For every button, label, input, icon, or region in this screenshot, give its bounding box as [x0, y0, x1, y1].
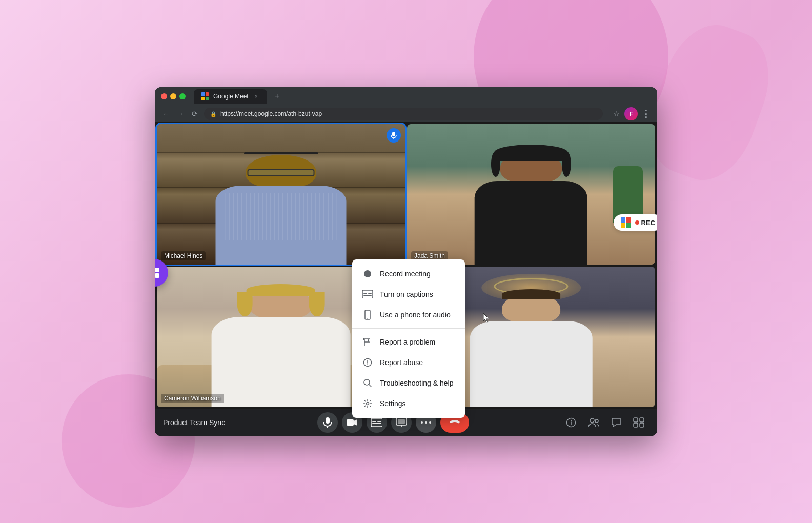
menu-item-troubleshoot[interactable]: Troubleshooting & help: [352, 373, 465, 393]
address-bar[interactable]: 🔒 https://meet.google.com/ath-bzut-vap: [204, 108, 603, 120]
menu-item-captions[interactable]: Turn on captions: [352, 284, 465, 305]
forward-button[interactable]: →: [175, 109, 186, 119]
svg-rect-21: [377, 421, 381, 422]
svg-line-14: [369, 385, 372, 387]
menu-item-report-problem[interactable]: Report a problem: [352, 332, 465, 352]
mic-icon: [391, 132, 397, 139]
chat-button[interactable]: [606, 412, 626, 433]
svg-point-31: [571, 420, 572, 421]
back-button[interactable]: ←: [161, 109, 171, 119]
present-toolbar-icon: [396, 418, 407, 427]
url-text: https://meet.google.com/ath-bzut-vap: [220, 110, 322, 117]
svg-point-15: [367, 403, 369, 405]
captions-svg: [362, 290, 373, 298]
svg-rect-36: [640, 418, 644, 422]
people-button[interactable]: [583, 412, 604, 433]
tab-title: Google Meet: [213, 93, 249, 100]
activities-icon: [633, 417, 644, 428]
settings-icon: [362, 398, 373, 409]
participant-name-cameron: Cameron Williamson: [161, 394, 224, 403]
tab-close-button[interactable]: ×: [253, 93, 260, 100]
settings-svg: [363, 399, 372, 408]
svg-rect-19: [371, 418, 382, 427]
minimize-button[interactable]: [170, 93, 176, 99]
svg-rect-16: [326, 417, 330, 424]
svg-point-29: [429, 421, 431, 424]
menu-item-record[interactable]: Record meeting: [352, 264, 465, 284]
maximize-button[interactable]: [179, 93, 186, 99]
browser-tab[interactable]: Google Meet ×: [194, 89, 267, 104]
svg-point-7: [367, 318, 368, 319]
record-svg: [363, 269, 372, 278]
new-tab-button[interactable]: +: [271, 90, 283, 103]
menu-item-settings-label: Settings: [380, 399, 406, 408]
search-icon: [362, 378, 373, 388]
tab-favicon: [201, 92, 209, 100]
more-icon: [421, 421, 431, 424]
menu-item-report-abuse-label: Report abuse: [380, 358, 423, 367]
svg-rect-6: [363, 295, 372, 296]
svg-point-2: [364, 270, 371, 277]
search-svg: [363, 378, 372, 388]
phone-svg: [363, 310, 372, 320]
camera-toolbar-icon: [347, 418, 358, 427]
rec-indicator: REC: [635, 219, 655, 227]
svg-rect-0: [392, 132, 395, 136]
browser-titlebar: Google Meet × +: [155, 87, 657, 106]
mic-toolbar-icon: [323, 417, 332, 428]
svg-rect-40: [155, 268, 159, 272]
svg-rect-37: [634, 423, 638, 427]
flag-icon: [362, 337, 373, 347]
svg-rect-3: [362, 290, 373, 298]
svg-point-28: [425, 421, 427, 424]
info-button[interactable]: [561, 412, 581, 433]
captions-toolbar-icon: [371, 418, 382, 427]
context-menu: Record meeting Turn on captions: [352, 259, 465, 418]
svg-point-34: [595, 419, 598, 423]
browser-addressbar: ← → ⟳ 🔒 https://meet.google.com/ath-bzut…: [155, 106, 657, 122]
menu-item-captions-label: Turn on captions: [380, 290, 433, 298]
activities-button[interactable]: [628, 412, 649, 433]
bookmark-button[interactable]: ☆: [611, 109, 621, 119]
svg-rect-22: [372, 423, 381, 424]
menu-item-phone[interactable]: Use a phone for audio: [352, 305, 465, 325]
people-icon: [588, 417, 599, 428]
rec-text: REC: [641, 219, 655, 227]
refresh-button[interactable]: ⟳: [190, 109, 200, 119]
flag-svg: [363, 337, 372, 347]
traffic-lights: [161, 93, 186, 99]
profile-avatar[interactable]: F: [624, 107, 638, 120]
microphone-button[interactable]: [317, 412, 338, 433]
menu-item-report-abuse[interactable]: Report abuse: [352, 352, 465, 373]
svg-rect-35: [634, 418, 638, 422]
meeting-name: Product Team Sync: [163, 418, 225, 427]
svg-rect-38: [640, 423, 644, 427]
svg-point-27: [421, 421, 423, 424]
lock-icon: 🔒: [210, 111, 216, 117]
captions-icon: [362, 289, 373, 299]
floating-icon-svg: [155, 267, 160, 279]
video-tile-michael: Michael Hines: [157, 124, 405, 265]
browser-actions: ☆ F ⋮: [611, 107, 651, 120]
more-options-button[interactable]: ⋮: [641, 109, 651, 119]
info-icon: [566, 417, 576, 428]
menu-item-settings[interactable]: Settings: [352, 393, 465, 414]
svg-rect-24: [398, 419, 405, 424]
end-call-icon: [449, 419, 460, 426]
menu-divider-1: [352, 328, 465, 329]
toolbar-right: [561, 412, 649, 433]
google-meet-rec-icon: [621, 217, 631, 228]
record-icon: [362, 269, 373, 279]
menu-item-record-label: Record meeting: [380, 270, 431, 278]
svg-rect-42: [155, 273, 159, 278]
warning-icon: [362, 357, 373, 368]
menu-item-phone-label: Use a phone for audio: [380, 311, 451, 319]
video-tile-jada: Jada Smith: [407, 124, 655, 265]
svg-rect-18: [347, 419, 354, 426]
browser-window: Google Meet × + ← → ⟳ 🔒 https://meet.goo…: [155, 87, 657, 436]
meet-content: Michael Hines: [155, 122, 657, 436]
menu-item-report-problem-label: Report a problem: [380, 338, 435, 346]
close-button[interactable]: [161, 93, 167, 99]
svg-rect-20: [372, 421, 376, 422]
chat-icon: [611, 417, 621, 428]
